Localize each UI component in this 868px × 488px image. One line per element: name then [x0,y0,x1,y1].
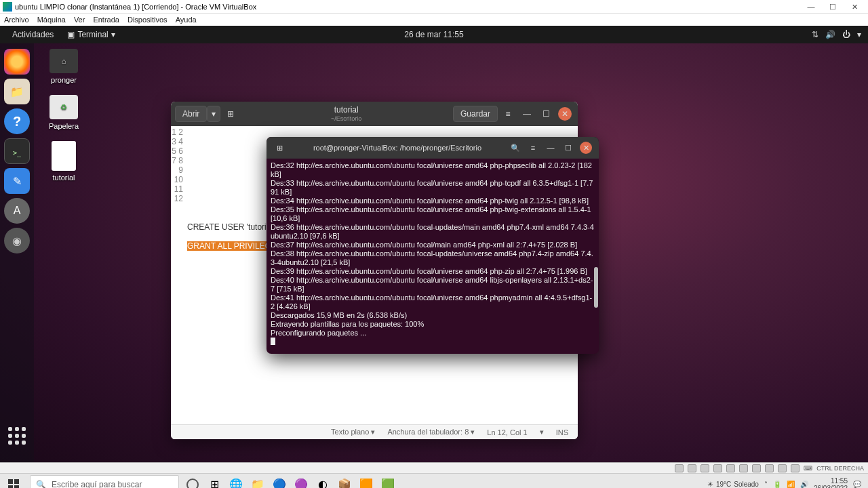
taskbar-explorer[interactable]: 📁 [247,474,269,489]
svg-rect-1 [14,479,19,484]
dock-help[interactable]: ? [4,108,30,134]
taskbar-steam[interactable]: ◐ [312,474,334,489]
chevron-down-icon[interactable]: ▾ [857,30,861,39]
menu-entrada[interactable]: Entrada [93,16,119,24]
hamburger-menu-button[interactable]: ≡ [499,105,517,123]
maximize-button[interactable]: ☐ [822,0,844,14]
new-tab-button[interactable]: ⊞ [222,105,239,123]
app-indicator[interactable]: ▣ Terminal ▾ [67,30,115,39]
vb-optical-icon[interactable] [688,464,696,472]
vb-recording-icon[interactable] [765,464,774,472]
tray-volume-icon[interactable]: 🔊 [800,481,808,488]
virtualbox-statusbar: ⌨ CTRL DERECHA [0,462,868,473]
clock[interactable]: 26 de mar 11:55 [404,30,463,39]
network-icon[interactable]: ⇅ [812,30,818,39]
tray-chevron-up-icon[interactable]: ˄ [764,481,768,488]
close-button[interactable]: ✕ [577,140,595,156]
menu-maquina[interactable]: Máquina [37,16,66,24]
minimize-button[interactable]: — [518,105,536,123]
notifications-button[interactable]: 💬 [853,481,861,488]
open-dropdown[interactable]: ▾ [207,106,220,122]
terminal-headerbar[interactable]: ⊞ root@pronger-VirtualBox: /home/pronger… [267,137,599,159]
vb-cpu-icon[interactable] [778,464,787,472]
dock-updater[interactable]: A [4,198,30,224]
window-title: ubuntu LIMPIO clonar (Instantánea 1) [Co… [15,3,256,11]
dock-firefox[interactable] [4,49,30,75]
minimize-button[interactable]: — [542,140,559,156]
scrollbar-thumb[interactable] [594,267,598,308]
volume-icon[interactable]: 🔊 [825,30,835,39]
taskbar-app1[interactable]: 🟣 [290,474,312,489]
menu-ver[interactable]: Ver [74,16,85,24]
line-number-gutter: 1 2 3 4 5 6 7 8 9 10 11 12 [171,126,186,424]
icon-label: pronger [51,76,77,84]
vb-hdd-icon[interactable] [675,464,684,472]
open-button[interactable]: Abrir [175,106,207,122]
desktop-file-tutorial[interactable]: tutorial [43,141,84,182]
tab-width-selector[interactable]: Anchura del tabulador: 8 ▾ [387,428,475,436]
tray-wifi-icon[interactable]: 📶 [787,481,795,488]
desktop-trash[interactable]: ♻ Papelera [43,95,84,130]
syntax-mode-selector[interactable]: Texto plano ▾ [331,428,375,436]
new-tab-button[interactable]: ⊞ [271,140,288,156]
vb-mouse-icon[interactable] [791,464,800,472]
close-button[interactable]: ✕ [844,0,865,14]
keyboard-capture-icon[interactable]: ⌨ [804,465,812,472]
document-title: tutorial ~/Escritorio [239,105,453,122]
close-button[interactable]: ✕ [556,105,574,123]
menu-archivo[interactable]: Archivo [4,16,29,24]
vb-audio-icon[interactable] [701,464,709,472]
chevron-down-icon[interactable]: ▾ [540,428,544,436]
icon-label: Papelera [49,122,79,130]
save-button[interactable]: Guardar [453,106,498,122]
maximize-button[interactable]: ☐ [559,140,577,156]
svg-rect-2 [8,485,13,489]
vb-usb-icon[interactable] [726,464,735,472]
dock-texteditor[interactable]: ✎ [4,168,30,194]
tray-clock[interactable]: 11:55 26/03/2022 [814,477,848,489]
desktop-home-folder[interactable]: ⌂ pronger [43,49,84,84]
weather-widget[interactable]: ☀ 19°C Soleado [707,481,759,488]
virtualbox-icon [3,2,12,12]
gedit-headerbar[interactable]: Abrir ▾ ⊞ tutorial ~/Escritorio Guardar … [171,102,578,126]
search-icon: 🔍 [36,480,46,489]
cortana-button[interactable] [182,474,203,489]
dock-disc[interactable]: ◉ [4,228,30,253]
taskbar-chrome[interactable]: 🔵 [269,474,290,489]
search-placeholder: Escribe aquí para buscar [52,480,142,489]
virtualbox-menubar: Archivo Máquina Ver Entrada Dispositivos… [0,14,868,26]
menu-dispositivos[interactable]: Dispositivos [127,16,167,24]
terminal-output[interactable]: Des:32 http://es.archive.ubuntu.com/ubun… [267,159,599,354]
cursor-position: Ln 12, Col 1 [487,428,527,436]
minimize-button[interactable]: — [800,0,822,14]
terminal-cursor [271,338,275,345]
gnome-topbar: Actividades ▣ Terminal ▾ 26 de mar 11:55… [0,26,868,43]
vb-display-icon[interactable] [752,464,761,472]
taskbar-app2[interactable]: 🟧 [355,474,377,489]
maximize-button[interactable]: ☐ [537,105,555,123]
gnome-terminal-window: ⊞ root@pronger-VirtualBox: /home/pronger… [267,137,599,354]
activities-button[interactable]: Actividades [7,28,59,41]
system-tray: ☀ 19°C Soleado ˄ 🔋 📶 🔊 11:55 26/03/2022 … [701,477,868,489]
tray-battery-icon[interactable]: 🔋 [773,481,781,488]
hamburger-menu-button[interactable]: ≡ [524,140,542,156]
gedit-statusbar: Texto plano ▾ Anchura del tabulador: 8 ▾… [171,424,578,439]
start-button[interactable] [0,474,27,489]
taskbar-edge[interactable]: 🌐 [225,474,247,489]
dock-apps-button[interactable] [4,423,30,449]
dock-files[interactable]: 📁 [4,79,30,104]
search-button[interactable]: 🔍 [507,140,524,156]
task-view-button[interactable]: ⊞ [203,474,225,489]
file-icon [52,141,76,171]
menu-ayuda[interactable]: Ayuda [176,16,197,24]
terminal-icon: ▣ [67,30,75,39]
power-icon[interactable]: ⏻ [842,30,850,39]
taskbar-virtualbox[interactable]: 📦 [334,474,355,489]
taskbar-search[interactable]: 🔍 Escribe aquí para buscar [30,475,179,489]
vb-shared-folders-icon[interactable] [739,464,748,472]
insert-mode: INS [556,428,568,436]
dock-terminal[interactable]: >_ [4,138,30,164]
home-folder-icon: ⌂ [50,49,78,73]
taskbar-app3[interactable]: 🟩 [377,474,399,489]
vb-network-icon[interactable] [713,464,722,472]
